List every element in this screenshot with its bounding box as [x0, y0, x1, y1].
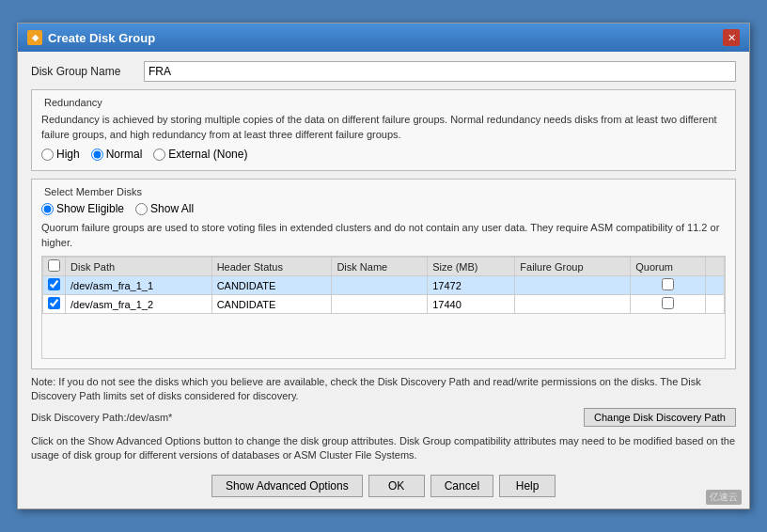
header-failure-group: Failure Group — [515, 258, 631, 276]
row1-size-mb: 17472 — [428, 276, 515, 295]
redundancy-group: Redundancy Redundancy is achieved by sto… — [31, 89, 736, 171]
create-disk-group-dialog: ◆ Create Disk Group ✕ Disk Group Name Re… — [17, 23, 750, 509]
show-advanced-options-button[interactable]: Show Advanced Options — [211, 475, 363, 497]
header-quorum: Quorum — [631, 258, 706, 276]
header-disk-name: Disk Name — [332, 258, 428, 276]
row1-failure-group — [515, 276, 631, 295]
redundancy-normal-option[interactable]: Normal — [91, 148, 143, 161]
table-row: /dev/asm_fra_1_2 CANDIDATE 17440 — [43, 295, 725, 314]
member-disks-section: Select Member Disks Show Eligible Show A… — [31, 179, 736, 369]
button-row: Show Advanced Options OK Cancel Help — [31, 471, 736, 499]
row2-disk-path: /dev/asm_fra_1_2 — [66, 295, 212, 314]
discovery-path-row: Disk Discovery Path:/dev/asm* Change Dis… — [31, 408, 736, 427]
row2-checkbox[interactable] — [48, 297, 60, 309]
disk-group-name-label: Disk Group Name — [31, 65, 144, 78]
row2-size-mb: 17440 — [428, 295, 515, 314]
row1-extra — [706, 276, 725, 295]
close-button[interactable]: ✕ — [723, 29, 740, 46]
disk-table-container[interactable]: Disk Path Header Status Disk Name Size (… — [41, 256, 726, 359]
redundancy-high-label: High — [56, 148, 80, 161]
disk-group-name-input[interactable] — [144, 61, 736, 82]
title-bar-left: ◆ Create Disk Group — [27, 30, 155, 45]
show-radio-group: Show Eligible Show All — [41, 202, 726, 215]
show-all-option[interactable]: Show All — [135, 202, 194, 215]
redundancy-normal-radio[interactable] — [91, 149, 103, 161]
dialog-title: Create Disk Group — [48, 31, 155, 45]
note-text: Note: If you do not see the disks which … — [31, 375, 736, 404]
watermark: 亿速云 — [706, 490, 742, 505]
redundancy-normal-label: Normal — [106, 148, 143, 161]
redundancy-title: Redundancy — [41, 97, 105, 108]
row1-quorum-checkbox[interactable] — [662, 278, 674, 290]
redundancy-description: Redundancy is achieved by storing multip… — [41, 113, 726, 142]
header-size-mb: Size (MB) — [428, 258, 515, 276]
header-checkbox-col — [43, 258, 66, 276]
table-row: /dev/asm_fra_1_1 CANDIDATE 17472 — [43, 276, 725, 295]
show-all-radio[interactable] — [135, 203, 148, 215]
show-eligible-label: Show Eligible — [56, 202, 124, 215]
select-all-checkbox[interactable] — [48, 259, 60, 272]
cancel-button[interactable]: Cancel — [430, 475, 493, 497]
show-all-label: Show All — [150, 202, 194, 215]
show-eligible-option[interactable]: Show Eligible — [41, 202, 124, 215]
header-disk-path: Disk Path — [66, 258, 212, 276]
disk-table: Disk Path Header Status Disk Name Size (… — [42, 257, 725, 314]
redundancy-external-radio[interactable] — [153, 149, 165, 161]
row2-quorum-checkbox[interactable] — [662, 297, 674, 309]
ok-button[interactable]: OK — [368, 475, 425, 497]
redundancy-high-radio[interactable] — [41, 149, 54, 161]
row1-checkbox[interactable] — [48, 278, 60, 290]
advanced-note: Click on the Show Advanced Options butto… — [31, 434, 736, 463]
row1-quorum[interactable] — [631, 276, 706, 295]
row2-failure-group — [515, 295, 631, 314]
member-disks-title: Select Member Disks — [41, 186, 145, 197]
redundancy-radio-group: High Normal External (None) — [41, 148, 726, 161]
row1-header-status: CANDIDATE — [211, 276, 332, 295]
redundancy-external-label: External (None) — [168, 148, 247, 161]
change-disk-discovery-button[interactable]: Change Disk Discovery Path — [584, 408, 736, 427]
header-header-status: Header Status — [211, 258, 332, 276]
show-eligible-radio[interactable] — [41, 203, 54, 215]
row2-extra — [706, 295, 725, 314]
header-extra — [706, 258, 725, 276]
help-button[interactable]: Help — [499, 475, 556, 497]
disk-group-name-row: Disk Group Name — [31, 61, 736, 82]
redundancy-high-option[interactable]: High — [41, 148, 80, 161]
app-icon: ◆ — [27, 30, 42, 45]
row2-checkbox-cell[interactable] — [43, 295, 66, 314]
table-header-row: Disk Path Header Status Disk Name Size (… — [43, 258, 725, 276]
dialog-body: Disk Group Name Redundancy Redundancy is… — [18, 52, 749, 508]
row2-disk-name — [332, 295, 428, 314]
redundancy-external-option[interactable]: External (None) — [153, 148, 247, 161]
row1-disk-name — [332, 276, 428, 295]
quorum-description: Quorum failure groups are used to store … — [41, 221, 726, 250]
row2-quorum[interactable] — [631, 295, 706, 314]
row1-checkbox-cell[interactable] — [43, 276, 66, 295]
discovery-path-label: Disk Discovery Path:/dev/asm* — [31, 412, 172, 423]
row1-disk-path: /dev/asm_fra_1_1 — [66, 276, 212, 295]
row2-header-status: CANDIDATE — [211, 295, 332, 314]
title-bar: ◆ Create Disk Group ✕ — [18, 23, 749, 52]
